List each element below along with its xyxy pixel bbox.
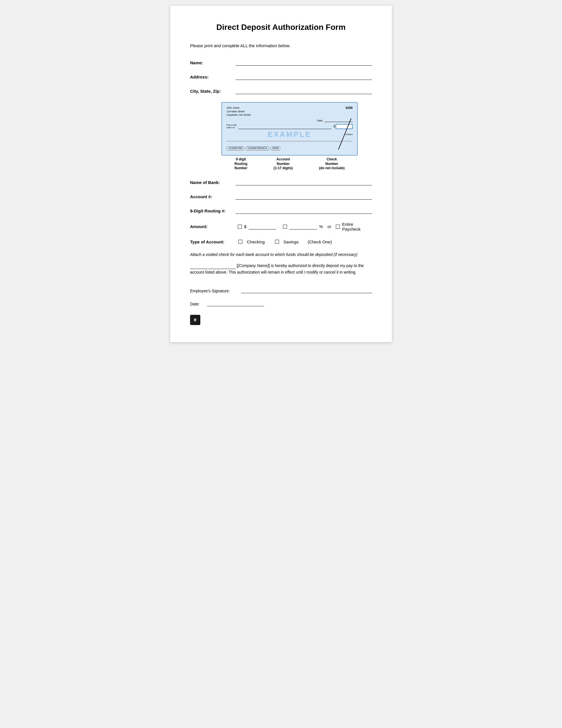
- address-label: Address:: [190, 75, 236, 80]
- checking-label: Checking: [247, 239, 265, 244]
- italic-note: Attach a voided check for each bank acco…: [190, 252, 372, 257]
- check-payto-row: Pay to the order of: $: [227, 124, 352, 129]
- check-payto-label: Pay to the order of:: [227, 124, 237, 129]
- company-blank-line: [190, 262, 236, 269]
- type-of-account-label: Type of Account:: [190, 239, 236, 244]
- bank-name-field-row: Name of Bank:: [190, 179, 372, 185]
- page: Direct Deposit Authorization Form Please…: [170, 6, 392, 342]
- efile-icon: e: [190, 315, 200, 325]
- entire-paycheck-checkbox[interactable]: [336, 225, 340, 229]
- account-label: Account #:: [190, 194, 236, 200]
- savings-checkbox[interactable]: [275, 240, 279, 244]
- address-field-row: Address:: [190, 74, 372, 80]
- check-account-micr: 1234567891011: [246, 146, 270, 150]
- page-title: Direct Deposit Authorization Form: [190, 23, 372, 32]
- account-number-label: Account Number (1-17 digits): [274, 157, 292, 171]
- check-one-label: (Check One): [308, 239, 332, 244]
- footer-icon-area: e: [190, 315, 372, 325]
- address-input-line[interactable]: [236, 74, 372, 80]
- type-options: Checking Savings (Check One): [239, 239, 332, 244]
- check-diagonal-svg: [335, 118, 352, 150]
- authorization-text: [[Company Name]] is hereby authorized to…: [190, 262, 372, 276]
- check-payto-line: [239, 125, 331, 129]
- checking-checkbox[interactable]: [239, 240, 243, 244]
- routing-field-row: 9-Digit Routing #:: [190, 208, 372, 214]
- bank-name-label: Name of Bank:: [190, 180, 236, 185]
- check-dollar-sign: $: [333, 125, 335, 128]
- check-routing-row: 123456789 1234567891011 0259: [227, 146, 352, 150]
- routing-input-line[interactable]: [236, 208, 372, 214]
- check-example-text: EXAMPLE: [268, 130, 311, 139]
- account-field-row: Account #:: [190, 193, 372, 200]
- name-input-line[interactable]: [236, 59, 372, 66]
- amount-row: Amount: $ % or Entire Paycheck: [190, 222, 372, 231]
- or-text: or: [327, 224, 331, 229]
- check-number: 0259: [346, 106, 352, 117]
- city-state-zip-input-line[interactable]: [236, 88, 372, 94]
- check-num-micr: 0259: [271, 146, 281, 150]
- dollar-checkbox[interactable]: [238, 225, 242, 229]
- percent-amount-field[interactable]: [289, 224, 317, 229]
- svg-line-0: [338, 118, 351, 150]
- percent-checkbox[interactable]: [283, 225, 287, 229]
- entire-paycheck-label: Entire Paycheck: [342, 222, 372, 231]
- type-of-account-row: Type of Account: Checking Savings (Check…: [190, 239, 372, 244]
- city-state-zip-field-row: City, State, Zip:: [190, 88, 372, 94]
- city-state-zip-label: City, State, Zip:: [190, 89, 236, 94]
- check-example-container: John Jones 124 Main Street Anywhere, MA …: [207, 102, 372, 171]
- check-example-area: EXAMPLE Dollars: [227, 130, 352, 139]
- dollar-sign: $: [244, 224, 246, 229]
- amount-label: Amount:: [190, 224, 236, 229]
- amount-options: $ % or Entire Paycheck: [238, 222, 372, 231]
- percent-sign: %: [319, 224, 323, 229]
- signature-line[interactable]: [241, 287, 372, 293]
- bank-name-input-line[interactable]: [236, 179, 372, 185]
- check-separator: [227, 141, 352, 141]
- date-row: Date:: [190, 300, 372, 306]
- date-input-line[interactable]: [207, 300, 264, 306]
- check-labels-row: 9 digit Routing Number Account Number (1…: [221, 157, 358, 171]
- check-header: John Jones 124 Main Street Anywhere, MA …: [227, 106, 352, 117]
- check-account-holder: John Jones 124 Main Street Anywhere, MA …: [227, 106, 251, 117]
- dollar-amount-field[interactable]: [249, 224, 276, 229]
- check-routing-micr: 123456789: [227, 146, 244, 150]
- date-label: Date:: [190, 302, 207, 306]
- savings-label: Savings: [283, 239, 298, 244]
- name-label: Name:: [190, 60, 236, 66]
- company-name-placeholder: [Company Name]: [238, 263, 269, 268]
- routing-label-text: 9-Digit Routing #:: [190, 208, 236, 214]
- name-field-row: Name:: [190, 59, 372, 66]
- check-number-label: Check Number (do not include): [319, 157, 345, 171]
- account-input-line[interactable]: [236, 193, 372, 200]
- check-date-row: Date:: [227, 119, 352, 122]
- bank-fields-section: Name of Bank: Account #: 9-Digit Routing…: [190, 179, 372, 244]
- routing-label: 9 digit Routing Number: [235, 157, 247, 171]
- intro-text: Please print and complete ALL the inform…: [190, 43, 372, 48]
- signature-row: Employee’s Signature:: [190, 287, 372, 293]
- check-date-label: Date:: [317, 119, 323, 122]
- check-wrapper: John Jones 124 Main Street Anywhere, MA …: [221, 102, 358, 171]
- signature-label: Employee’s Signature:: [190, 289, 241, 293]
- check-image: John Jones 124 Main Street Anywhere, MA …: [221, 102, 358, 156]
